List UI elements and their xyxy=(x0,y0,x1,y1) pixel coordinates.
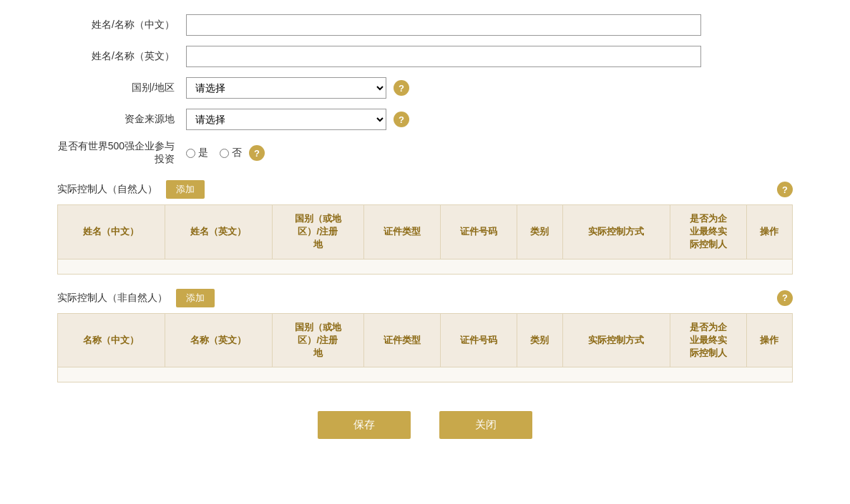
name-en-row: 姓名/名称（英文） xyxy=(57,46,793,67)
th-natural-control-method: 实际控制方式 xyxy=(563,205,670,260)
name-en-input[interactable] xyxy=(186,46,701,67)
controller-natural-title: 实际控制人（自然人） xyxy=(57,183,157,196)
fortune500-help-icon[interactable]: ? xyxy=(249,145,265,161)
save-button[interactable]: 保存 xyxy=(318,411,411,439)
fund-source-select[interactable]: 请选择 xyxy=(186,109,386,130)
th-natural-country: 国别（或地区）/注册地 xyxy=(272,205,363,260)
country-select[interactable]: 请选择 xyxy=(186,77,386,99)
fortune500-radio-group: 是 否 xyxy=(186,147,242,159)
radio-no-text: 否 xyxy=(232,147,242,159)
country-row: 国别/地区 请选择 ? xyxy=(57,77,793,99)
controller-non-natural-header-row: 名称（中文） 名称（英文） 国别（或地区）/注册地 证件类型 证件号码 类别 实… xyxy=(58,313,793,367)
controller-natural-header-row: 姓名（中文） 姓名（英文） 国别（或地区）/注册地 证件类型 证件号码 类别 实… xyxy=(58,205,793,260)
radio-yes-text: 是 xyxy=(198,147,208,159)
th-non-natural-control-method: 实际控制方式 xyxy=(563,313,670,367)
radio-no-input[interactable] xyxy=(220,149,229,158)
th-natural-cert-type: 证件类型 xyxy=(363,205,440,260)
controller-natural-table: 姓名（中文） 姓名（英文） 国别（或地区）/注册地 证件类型 证件号码 类别 实… xyxy=(57,204,793,275)
controller-natural-empty-row xyxy=(58,259,793,274)
radio-yes-label[interactable]: 是 xyxy=(186,147,208,159)
name-en-label: 姓名/名称（英文） xyxy=(57,50,186,63)
th-non-natural-cert-no: 证件号码 xyxy=(440,313,517,367)
th-non-natural-name-en: 名称（英文） xyxy=(165,313,272,367)
controller-natural-help-icon[interactable]: ? xyxy=(777,182,793,197)
fund-source-row: 资金来源地 请选择 ? xyxy=(57,109,793,130)
fund-source-label: 资金来源地 xyxy=(57,113,186,126)
th-natural-action: 操作 xyxy=(746,205,792,260)
th-non-natural-category: 类别 xyxy=(517,313,562,367)
name-cn-label: 姓名/名称（中文） xyxy=(57,19,186,31)
th-non-natural-cert-type: 证件类型 xyxy=(363,313,440,367)
th-natural-ultimate-controller: 是否为企业最终实际控制人 xyxy=(670,205,746,260)
country-label: 国别/地区 xyxy=(57,81,186,94)
main-form: 姓名/名称（中文） 姓名/名称（英文） 国别/地区 请选择 ? 资金来源地 请选… xyxy=(57,14,793,166)
bottom-buttons: 保存 关闭 xyxy=(57,411,793,460)
controller-non-natural-title: 实际控制人（非自然人） xyxy=(57,292,167,305)
close-button[interactable]: 关闭 xyxy=(439,411,532,439)
th-non-natural-country: 国别（或地区）/注册地 xyxy=(272,313,363,367)
th-natural-cert-no: 证件号码 xyxy=(440,205,517,260)
th-non-natural-name-cn: 名称（中文） xyxy=(58,313,165,367)
country-help-icon[interactable]: ? xyxy=(394,80,409,96)
controller-non-natural-table: 名称（中文） 名称（英文） 国别（或地区）/注册地 证件类型 证件号码 类别 实… xyxy=(57,313,793,383)
add-non-natural-button[interactable]: 添加 xyxy=(176,289,215,307)
fortune500-label: 是否有世界500强企业参与投资 xyxy=(57,140,186,166)
controller-non-natural-section: 实际控制人（非自然人） 添加 ? 名称（中文） 名称（英文） 国别（或地区）/注… xyxy=(57,289,793,383)
th-natural-category: 类别 xyxy=(517,205,562,260)
radio-yes-input[interactable] xyxy=(186,149,195,158)
controller-non-natural-help-icon[interactable]: ? xyxy=(777,290,793,306)
th-natural-name-en: 姓名（英文） xyxy=(165,205,272,260)
controller-natural-header: 实际控制人（自然人） 添加 ? xyxy=(57,180,793,199)
th-non-natural-action: 操作 xyxy=(746,313,792,367)
name-cn-row: 姓名/名称（中文） xyxy=(57,14,793,36)
controller-natural-section: 实际控制人（自然人） 添加 ? 姓名（中文） 姓名（英文） 国别（或地区）/注册… xyxy=(57,180,793,275)
controller-non-natural-empty-row xyxy=(58,367,793,382)
radio-no-label[interactable]: 否 xyxy=(220,147,242,159)
th-natural-name-cn: 姓名（中文） xyxy=(58,205,165,260)
fund-source-help-icon[interactable]: ? xyxy=(394,112,409,127)
th-non-natural-ultimate-controller: 是否为企业最终实际控制人 xyxy=(670,313,746,367)
controller-non-natural-header: 实际控制人（非自然人） 添加 ? xyxy=(57,289,793,307)
name-cn-input[interactable] xyxy=(186,14,701,36)
fortune500-row: 是否有世界500强企业参与投资 是 否 ? xyxy=(57,140,793,166)
add-natural-button[interactable]: 添加 xyxy=(166,180,205,199)
